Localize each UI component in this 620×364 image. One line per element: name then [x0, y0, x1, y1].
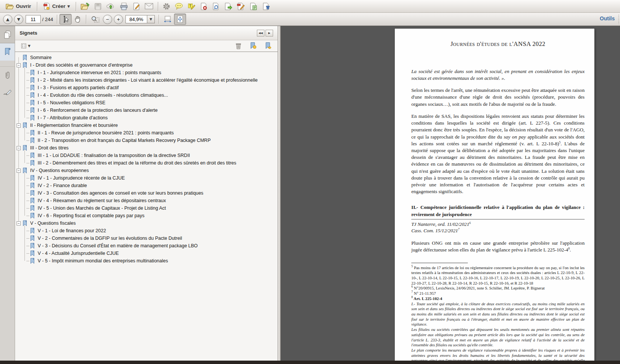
save-button[interactable]	[92, 1, 104, 12]
zoom-out-button[interactable]: −	[103, 15, 112, 24]
select-tool-button[interactable]	[60, 14, 72, 24]
bookmark-item[interactable]: −V - Questions fiscales	[15, 219, 278, 227]
bookmark-label[interactable]: IV - 6 - Reporting fiscal et comptable p…	[37, 213, 145, 218]
bookmark-label[interactable]: IV - 2 - Finance durable	[37, 183, 88, 188]
bookmark-label[interactable]: I - 3 - Fusions et apports partiels d'ac…	[37, 85, 119, 90]
bookmarks-panel-button[interactable]	[0, 43, 15, 61]
bookmark-label[interactable]: I - 4 - Evolution du rôle des conseils -…	[37, 93, 169, 98]
collapse-panel-button[interactable]: ◀◀	[257, 30, 264, 37]
bookmark-label[interactable]: I - 1 - Jurisprudence intervenue en 2021…	[37, 70, 162, 75]
stamp-page-button[interactable]	[260, 1, 273, 12]
comment-button[interactable]	[173, 1, 185, 11]
bookmark-item[interactable]: V - 1 - Loi de finances pour 2022	[15, 227, 278, 235]
bookmark-label[interactable]: I - 2 - Mixité dans les instances dirige…	[37, 78, 258, 83]
delete-page-button[interactable]	[198, 1, 210, 12]
bookmark-label[interactable]: IV - 4 - Réexamen du règlement sur les d…	[37, 198, 166, 203]
email-button[interactable]	[142, 2, 156, 11]
bookmark-item[interactable]: V - 3 - Décisions du Conseil d'État en m…	[15, 242, 278, 250]
collapse-toggle-icon[interactable]: −	[17, 63, 21, 67]
collapse-toggle-icon[interactable]: −	[17, 169, 21, 173]
bookmark-label[interactable]: III - Droit des titres	[29, 145, 69, 151]
bookmark-label[interactable]: II - 2 - Transposition en droit français…	[37, 138, 211, 143]
signatures-panel-button[interactable]	[0, 84, 15, 101]
zoom-in-button[interactable]: +	[114, 15, 123, 24]
bookmark-label[interactable]: V - 4 - Actualité Jurisprudentielle CJUE	[37, 251, 119, 256]
new-bookmark-button[interactable]	[247, 41, 259, 51]
bookmark-item[interactable]: IV - 1 - Jurisprudence récente de la CJU…	[15, 174, 278, 182]
highlight-text-button[interactable]: T	[185, 1, 198, 12]
fit-page-button[interactable]	[174, 14, 186, 25]
bookmark-item[interactable]: V - 5 - Impôt minimum mondial des entrep…	[15, 257, 278, 265]
bookmark-label[interactable]: V - 2 - Commentaires de la DGFIP sur les…	[37, 236, 183, 241]
bookmark-label[interactable]: I - 7 - Attribution gratuite d'actions	[37, 115, 108, 120]
zoom-level-value[interactable]: 84,9%	[125, 15, 147, 23]
collapse-toggle-icon[interactable]: −	[17, 221, 21, 225]
bookmark-item[interactable]: II - 2 - Transposition en droit français…	[15, 137, 278, 144]
zoom-level-dropdown[interactable]: ▼	[147, 15, 155, 23]
upload-document-button[interactable]	[104, 1, 118, 12]
print-button[interactable]	[118, 1, 130, 12]
bookmark-item[interactable]: II - 1 - Revue de jurisprudence boursièr…	[15, 129, 278, 137]
bookmark-label[interactable]: II - 1 - Revue de jurisprudence boursièr…	[37, 130, 174, 136]
open-file-button[interactable]	[78, 1, 92, 12]
open-button[interactable]: Ouvrir	[2, 2, 35, 11]
bookmark-item[interactable]: I - 1 - Jurisprudence intervenue en 2021…	[15, 69, 278, 76]
bookmark-item[interactable]: I - 7 - Attribution gratuite d'actions	[15, 114, 278, 122]
bookmark-item[interactable]: IV - 5 - Union des Marchés de Capitaux -…	[15, 204, 278, 212]
bookmark-item[interactable]: IV - 2 - Finance durable	[15, 182, 278, 189]
bookmark-item[interactable]: I - 5 - Nouvelles obligations RSE	[15, 99, 278, 107]
bookmark-item[interactable]: I - 4 - Evolution du rôle des conseils -…	[15, 91, 278, 99]
previous-page-button[interactable]: ▲	[3, 15, 12, 24]
sign-document-button[interactable]	[130, 1, 142, 12]
bookmark-label[interactable]: Sommaire	[29, 55, 52, 60]
bookmark-label[interactable]: II - Réglementation financière et boursi…	[29, 123, 119, 128]
bookmark-label[interactable]: V - Questions fiscales	[29, 221, 76, 226]
settings-gear-button[interactable]	[160, 1, 173, 12]
expand-panel-button[interactable]: ▶	[266, 30, 273, 37]
bookmark-item[interactable]: Sommaire	[15, 54, 278, 61]
bookmark-label[interactable]: V - 1 - Loi de finances pour 2022	[37, 228, 107, 233]
bookmark-label[interactable]: IV - 5 - Union des Marchés de Capitaux -…	[37, 206, 166, 211]
bookmark-item[interactable]: IV - 3 - Consultation des agences de con…	[15, 189, 278, 197]
bookmark-label[interactable]: III - 2 - Démembrement des titres et imp…	[37, 160, 237, 166]
bookmark-label[interactable]: V - 3 - Décisions du Conseil d'État en m…	[37, 243, 199, 248]
edit-page-button[interactable]	[235, 1, 247, 12]
bookmark-item[interactable]: I - 3 - Fusions et apports partiels d'ac…	[15, 84, 278, 91]
collapse-toggle-icon[interactable]: −	[17, 146, 21, 150]
pages-panel-button[interactable]	[0, 26, 15, 43]
export-page-button[interactable]	[222, 1, 235, 12]
extract-page-button[interactable]	[247, 1, 260, 12]
bookmark-item[interactable]: V - 4 - Actualité Jurisprudentielle CJUE	[15, 250, 278, 257]
zoom-marquee-button[interactable]	[89, 14, 102, 24]
bookmark-item[interactable]: III - 1 - Loi DDADUE : finalisation de l…	[15, 152, 278, 159]
create-button[interactable]: Créer ▼	[40, 1, 73, 12]
bookmark-label[interactable]: I - Droit des sociétés et gouvernance d'…	[29, 62, 133, 68]
bookmark-item[interactable]: V - 2 - Commentaires de la DGFIP sur les…	[15, 235, 278, 242]
bookmark-label[interactable]: I - 5 - Nouvelles obligations RSE	[37, 100, 106, 105]
bookmark-item[interactable]: I - 6 - Renforcement de la protection de…	[15, 107, 278, 114]
next-page-button[interactable]: ▼	[14, 15, 23, 24]
bookmark-options-button[interactable]: ▼	[19, 42, 33, 50]
search-page-button[interactable]	[210, 1, 222, 12]
attachments-panel-button[interactable]	[0, 67, 15, 84]
bookmark-label[interactable]: IV - Questions européennes	[29, 168, 90, 173]
page-number-input[interactable]	[26, 15, 41, 23]
fit-width-button[interactable]	[161, 14, 174, 24]
bookmark-item[interactable]: −I - Droit des sociétés et gouvernance d…	[15, 61, 278, 69]
collapse-toggle-icon[interactable]: −	[17, 123, 21, 128]
bookmark-label[interactable]: V - 5 - Impôt minimum mondial des entrep…	[37, 258, 169, 263]
bookmark-item[interactable]: IV - 4 - Réexamen du règlement sur les d…	[15, 197, 278, 204]
panel-splitter[interactable]	[278, 26, 281, 361]
tools-panel-link[interactable]: Outils	[600, 15, 615, 21]
hand-tool-button[interactable]	[72, 14, 84, 24]
bookmark-label[interactable]: IV - 3 - Consultation des agences de con…	[37, 190, 204, 196]
next-bookmark-button[interactable]	[263, 41, 274, 51]
bookmark-item[interactable]: −IV - Questions européennes	[15, 167, 278, 174]
bookmark-label[interactable]: IV - 1 - Jurisprudence récente de la CJU…	[37, 175, 125, 181]
bookmark-item[interactable]: I - 2 - Mixité dans les instances dirige…	[15, 76, 278, 84]
bookmark-label[interactable]: I - 6 - Renforcement de la protection de…	[37, 108, 159, 113]
bookmark-item[interactable]: IV - 6 - Reporting fiscal et comptable p…	[15, 212, 278, 219]
document-viewport[interactable]: Journées d'études de l'ANSA 2022La socié…	[281, 26, 620, 361]
bookmark-item[interactable]: −II - Réglementation financière et bours…	[15, 122, 278, 129]
bookmark-label[interactable]: III - 1 - Loi DDADUE : finalisation de l…	[37, 153, 191, 158]
